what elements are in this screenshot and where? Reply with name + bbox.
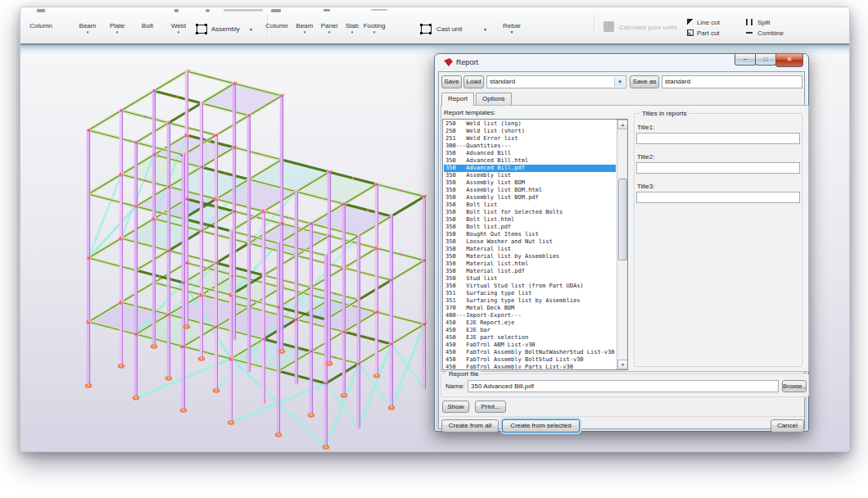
toolbar-item-plate[interactable]: Plate▾ [101,22,133,34]
template-row[interactable]: 350 Stud list [444,275,616,283]
chevron-down-icon: ▾ [101,30,133,34]
dialog-tabs: Report Options [441,93,513,105]
split-icon [746,19,753,25]
cancel-button[interactable]: Cancel [771,419,804,432]
template-row[interactable]: 350 Bolt list [444,201,616,209]
template-row[interactable]: 350 Assembly list BOM [444,179,616,187]
template-row[interactable]: 350 Assembly list BOM.html [444,187,616,194]
save-button[interactable]: Save [441,75,462,88]
report-templates-label: Report templates: [444,109,495,116]
template-row[interactable]: 350 Assembly list [444,172,616,179]
tab-options[interactable]: Options [476,93,512,105]
toolbar-item-assembly[interactable]: Assembly [211,25,240,33]
scroll-up-icon[interactable]: ▲ [617,120,628,129]
report-file-group: Report file Name: 350 Advanced Bill.pdf … [441,374,809,397]
dialog-titlebar[interactable]: Report ─ □ ✕ [438,54,805,71]
template-row[interactable]: 350 Loose Washer and Nut list [444,238,616,246]
toolbar-item-rebar[interactable]: Rebar ▼ [495,22,528,34]
toolbar-item-part-cut[interactable]: Part cut [697,29,720,37]
list-scrollbar[interactable]: ▲ ▼ [617,120,627,369]
template-row[interactable]: 351 Surfacing type list by Assemblies [444,297,616,305]
cropped-icon [174,9,179,12]
scrollbar-thumb[interactable] [618,179,627,260]
dialog-title: Report [456,58,478,66]
title1-input[interactable] [636,133,800,144]
minimize-button[interactable]: ─ [735,54,756,66]
cast-unit-icon [421,25,432,34]
name-label: Name: [445,383,465,390]
template-row[interactable]: 351 Surfacing type list [444,290,616,297]
template-row[interactable]: 250 Weld list (long) [444,120,616,128]
title2-input[interactable] [636,162,800,174]
title3-input[interactable] [636,192,800,203]
scroll-down-icon[interactable]: ▼ [617,360,628,369]
cropped-icon [271,9,281,12]
title3-label: Title3: [637,183,655,190]
template-row[interactable]: 250 Weld list (short) [444,128,616,135]
template-row[interactable]: 350 Material list [444,246,616,253]
report-templates-list[interactable]: 250 Weld list (long)250 Weld list (short… [442,119,628,370]
main-toolbar: ColumnBeam▾Plate▾BoltWeld▾ Assembly ▾ Co… [20,7,849,43]
template-row[interactable]: 350 Bought Out Items list [444,231,616,238]
toolbar-item-line-cut[interactable]: Line cut [697,19,720,26]
save-as-input[interactable]: standard [662,75,802,88]
template-row[interactable]: 450 EJE Report.eje [444,319,616,327]
template-preset-combo[interactable]: standard ▼ [486,75,626,88]
print-button[interactable]: Print... [475,401,506,413]
toolbar-item-column[interactable]: Column [25,22,57,29]
tekla-logo-icon [444,58,453,66]
template-row[interactable]: 450 EJE bar [444,327,616,334]
template-row[interactable]: 350 Advanced Bill.html [444,157,616,165]
chevron-down-icon[interactable]: ▼ [614,77,625,87]
template-row[interactable]: 350 Advanced Bill [444,150,616,157]
separator [439,416,804,417]
template-row[interactable]: 400---Import-Export--- [444,312,616,319]
toolbar-item-combine[interactable]: Combine [757,29,784,37]
template-row[interactable]: 450 FabTrol Assembly Parts List-v30 [444,364,616,369]
template-row[interactable]: 350 Material list.pdf [444,268,616,275]
maximize-button[interactable]: □ [755,54,776,66]
report-file-name-input[interactable]: 350 Advanced Bill.pdf [468,380,779,392]
assembly-icon [197,25,207,34]
toolbar-item-beam[interactable]: Beam▾ [71,22,104,34]
chevron-down-icon: ▾ [71,30,104,34]
toolbar-item-calculate-pour-units: Calculate pour units [619,24,677,31]
template-row[interactable]: 350 Advanced Bill.pdf [444,165,616,172]
tab-report[interactable]: Report [441,93,474,106]
template-row[interactable]: 350 Bolt list.pdf [444,224,616,231]
toolbar-item-cast-unit[interactable]: Cast unit [436,25,463,33]
template-row[interactable]: 450 EJE part selection [444,334,616,342]
chevron-down-icon: ▾ [359,30,389,34]
template-row[interactable]: 300---Quantities--- [444,143,616,150]
save-as-button[interactable]: Save as [630,75,659,88]
browse-button[interactable]: Browse... [782,380,807,392]
chevron-down-icon[interactable]: ▾ [484,26,486,32]
template-row[interactable]: 450 FabTrol ABM List-v30 [444,342,616,349]
toolbar-item-split[interactable]: Split [757,19,771,26]
title2-label: Title2: [637,153,655,161]
chevron-down-icon: ▼ [495,30,528,34]
create-from-all-button[interactable]: Create from all [441,419,499,432]
template-row[interactable]: 350 Virtual Stud list (from Part UDAs) [444,283,616,290]
toolbar-item-footing[interactable]: Footing▾ [359,22,389,34]
template-row[interactable]: 350 Assembly list BOM.pdf [444,194,616,201]
template-row[interactable]: 251 Weld Error list [444,135,616,143]
report-dialog: Report ─ □ ✕ Save Load standard ▼ Save a… [434,53,809,432]
create-from-selected-button[interactable]: Create from selected [502,419,580,432]
combo-value: standard [490,78,515,85]
template-row[interactable]: 450 FabTrol Assembly BoltStud List-v30 [444,356,616,364]
toolbar-item-weld[interactable]: Weld▾ [162,22,195,34]
template-row[interactable]: 350 Bolt list.html [444,216,616,224]
close-button[interactable]: ✕ [775,54,803,67]
template-row[interactable]: 450 FabTrol Assembly BoltNutWasherStud L… [444,349,616,356]
toolbar-item-column[interactable]: Column [262,22,292,29]
toolbar-item-bolt[interactable]: Bolt [131,22,164,29]
show-button[interactable]: Show [442,401,469,413]
template-row[interactable]: 350 Bolt list for Selected Bolts [444,209,616,216]
template-row[interactable]: 350 Material list by Assemblies [444,253,616,260]
combine-icon [746,32,753,38]
template-row[interactable]: 350 Material list.html [444,260,616,268]
load-button[interactable]: Load [463,75,484,88]
chevron-down-icon[interactable]: ▾ [250,26,252,32]
template-row[interactable]: 370 Metal Deck BOM [444,305,616,312]
